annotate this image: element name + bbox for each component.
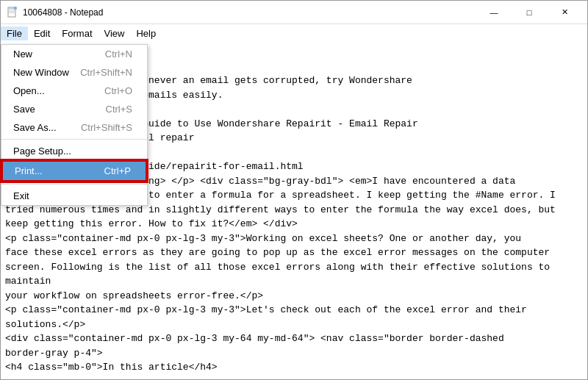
menu-bar: File New Ctrl+N New Window Ctrl+Shift+N …	[1, 24, 587, 42]
close-button[interactable]: ✕	[548, 5, 581, 20]
separator-1	[1, 139, 147, 140]
menu-save[interactable]: Save Ctrl+S	[1, 100, 147, 118]
svg-rect-4	[9, 12, 15, 13]
menu-format[interactable]: Format	[56, 26, 98, 40]
notepad-window: 10064808 - Notepad — □ ✕ File New Ctrl+N…	[0, 0, 588, 380]
svg-rect-1	[9, 8, 15, 9]
svg-rect-3	[9, 11, 15, 12]
menu-save-as[interactable]: Save As... Ctrl+Shift+S	[1, 118, 147, 137]
separator-2	[1, 184, 147, 184]
maximize-button[interactable]: □	[512, 5, 546, 20]
menu-view[interactable]: View	[98, 26, 131, 40]
menu-file[interactable]: File New Ctrl+N New Window Ctrl+Shift+N …	[1, 26, 28, 40]
minimize-button[interactable]: —	[477, 5, 511, 20]
menu-edit[interactable]: Edit	[28, 26, 56, 40]
svg-rect-2	[9, 10, 15, 10]
window-controls: — □ ✕	[477, 5, 581, 20]
menu-exit[interactable]: Exit	[1, 187, 147, 205]
file-dropdown: New Ctrl+N New Window Ctrl+Shift+N Open.…	[1, 44, 148, 206]
menu-page-setup[interactable]: Page Setup...	[1, 142, 147, 160]
title-bar-left: 10064808 - Notepad	[7, 7, 103, 18]
menu-print[interactable]: Print... Ctrl+P	[1, 160, 147, 182]
menu-new-window[interactable]: New Window Ctrl+Shift+N	[1, 63, 147, 82]
window-title: 10064808 - Notepad	[23, 7, 103, 18]
menu-new[interactable]: New Ctrl+N	[1, 45, 147, 63]
title-bar: 10064808 - Notepad — □ ✕	[1, 1, 587, 24]
notepad-icon	[7, 7, 18, 18]
menu-help[interactable]: Help	[130, 26, 162, 40]
menu-open[interactable]: Open... Ctrl+O	[1, 82, 147, 100]
svg-rect-5	[14, 7, 17, 10]
